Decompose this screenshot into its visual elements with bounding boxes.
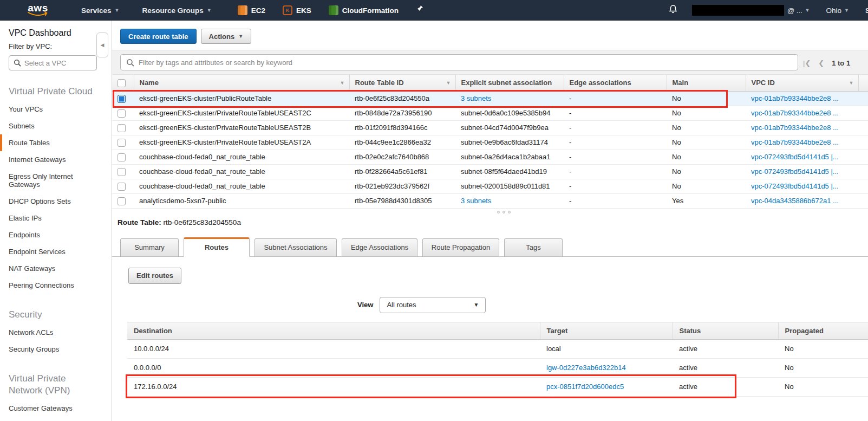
view-label: View <box>357 301 373 309</box>
actions-button[interactable]: Actions ▼ <box>201 29 252 44</box>
table-row[interactable]: eksctl-greenEKS-cluster/PrivateRouteTabl… <box>112 106 868 120</box>
sidebar-item-route-tables[interactable]: Route Tables <box>0 134 112 151</box>
vpc-link[interactable]: vpc-072493fbd5d4141d5 |... <box>751 167 839 176</box>
sidebar-item-nat-gateways[interactable]: NAT Gateways <box>0 260 112 277</box>
previous-page-icon[interactable]: ❮ <box>818 59 824 67</box>
tab-edge-associations[interactable]: Edge Associations <box>342 238 417 256</box>
table-row[interactable]: eksctl-greenEKS-cluster/PrivateRouteTabl… <box>112 135 868 150</box>
vpc-link[interactable]: vpc-01ab7b93344bbe2e8 ... <box>751 124 839 132</box>
shortcut-cloudformation[interactable]: CloudFormation <box>329 5 399 15</box>
first-page-icon[interactable]: |❮ <box>803 59 811 67</box>
filter-search-box[interactable] <box>120 54 798 70</box>
table-row[interactable]: eksctl-greenEKS-cluster/PrivateRouteTabl… <box>112 120 868 135</box>
vpc-link[interactable]: vpc-072493fbd5d4141d5 |... <box>751 153 839 161</box>
sidebar-item-security-groups[interactable]: Security Groups <box>0 341 112 358</box>
cell-route-table-id: rtb-05e7988d4301d8305 <box>349 193 455 208</box>
vpc-link[interactable]: vpc-04da3435886b672a1 ... <box>751 197 839 205</box>
tab-subnet-associations[interactable]: Subnet Associations <box>254 238 337 256</box>
shortcut-eks[interactable]: K EKS <box>283 5 311 15</box>
edit-routes-button[interactable]: Edit routes <box>128 268 181 284</box>
row-checkbox[interactable] <box>118 197 126 205</box>
search-icon <box>126 59 134 67</box>
aws-logo[interactable]: aws <box>24 4 51 17</box>
select-all-header[interactable] <box>112 75 134 91</box>
resource-groups-menu[interactable]: Resource Groups ▼ <box>142 7 211 15</box>
table-row[interactable]: eksctl-greenEKS-cluster/PublicRouteTable… <box>112 91 868 106</box>
subnets-link[interactable]: 3 subnets <box>461 197 491 205</box>
sidebar-item-customer-gateways[interactable]: Customer Gateways <box>0 400 112 417</box>
cell-route-table-id: rtb-01f2091f8d394166c <box>349 120 455 135</box>
table-row[interactable]: couchbase-cloud-feda0_nat_route_table rt… <box>112 179 868 193</box>
sort-caret-icon[interactable]: ▼ <box>849 80 854 86</box>
vpc-link[interactable]: vpc-01ab7b93344bbe2e8 ... <box>751 94 839 102</box>
pcx-target-link[interactable]: pcx-0851f7d20d600edc5 <box>546 383 624 391</box>
sidebar-item-subnets[interactable]: Subnets <box>0 118 112 134</box>
name-header-label: Name <box>140 79 159 87</box>
row-checkbox[interactable] <box>118 183 126 191</box>
pin-icon[interactable] <box>416 5 423 16</box>
vpc-link[interactable]: vpc-01ab7b93344bbe2e8 ... <box>751 138 839 146</box>
row-checkbox-checked[interactable] <box>118 95 126 103</box>
column-header-explicit-subnet[interactable]: Explicit subnet association <box>455 75 564 91</box>
region-menu[interactable]: Ohio <box>826 7 842 15</box>
tab-tags[interactable]: Tags <box>504 238 563 256</box>
sidebar-item-peering-connections[interactable]: Peering Connections <box>0 277 112 294</box>
filter-input[interactable] <box>139 59 792 67</box>
main-content: Create route table Actions ▼ |❮ ❮ 1 to 1 <box>112 21 868 421</box>
cell-edge: - <box>564 135 667 150</box>
sidebar-item-elastic-ips[interactable]: Elastic IPs <box>0 210 112 226</box>
row-checkbox[interactable] <box>118 109 126 118</box>
igw-target-link[interactable]: igw-0d227e3ab6d322b14 <box>546 364 626 372</box>
tab-route-propagation[interactable]: Route Propagation <box>422 238 499 256</box>
sidebar-item-endpoints[interactable]: Endpoints <box>0 226 112 243</box>
view-select[interactable]: All routes ▼ <box>380 297 486 313</box>
column-header-name[interactable]: Name▼ <box>134 75 349 91</box>
sidebar-item-internet-gateways[interactable]: Internet Gateways <box>0 151 112 168</box>
sidebar-item-egress-only-internet-gateways[interactable]: Egress Only Internet Gateways <box>0 168 112 193</box>
sidebar-item-dhcp-options-sets[interactable]: DHCP Options Sets <box>0 193 112 210</box>
sidebar-collapse-handle[interactable]: ◀ <box>96 33 108 57</box>
table-row[interactable]: analyticsdemo-5xsn7-public rtb-05e7988d4… <box>112 193 868 208</box>
table-row[interactable]: couchbase-cloud-feda0_nat_route_table rt… <box>112 164 868 179</box>
tab-summary[interactable]: Summary <box>120 238 179 256</box>
sidebar-item-network-acls[interactable]: Network ACLs <box>0 324 112 341</box>
services-menu[interactable]: Services ▼ <box>81 7 119 15</box>
redacted-account-name <box>692 5 784 16</box>
row-checkbox[interactable] <box>118 124 126 132</box>
create-route-table-button[interactable]: Create route table <box>120 29 197 44</box>
tab-routes[interactable]: Routes <box>184 237 250 257</box>
select-all-checkbox[interactable] <box>118 79 126 87</box>
routes-table-wrap: Destination Target Status Propagated 10.… <box>127 322 868 397</box>
cell-name: eksctl-greenEKS-cluster/PrivateRouteTabl… <box>134 120 349 135</box>
sidebar-item-your-vpcs[interactable]: Your VPCs <box>0 101 112 118</box>
column-header-route-table-id[interactable]: Route Table ID▼ <box>349 75 455 91</box>
cell-subnet: subnet-0d6a0c109e5385b94 <box>455 106 564 120</box>
route-table-id-header-label: Route Table ID <box>355 79 404 87</box>
panel-resize-handle[interactable] <box>497 211 511 213</box>
column-header-main[interactable]: Main <box>667 75 746 91</box>
cell-subnet: subnet-0200158d89c011d81 <box>455 179 564 193</box>
sort-caret-icon[interactable]: ▼ <box>446 80 451 86</box>
subnets-link[interactable]: 3 subnets <box>461 94 491 102</box>
vpc-link[interactable]: vpc-072493fbd5d4141d5 |... <box>751 182 839 190</box>
row-checkbox[interactable] <box>118 168 126 176</box>
support-menu-partial[interactable]: S <box>865 7 868 15</box>
cell-route-table-id: rtb-021eb923dc379562f <box>349 179 455 193</box>
row-checkbox[interactable] <box>118 153 126 161</box>
vpc-link[interactable]: vpc-01ab7b93344bbe2e8 ... <box>751 109 839 117</box>
select-vpc-search[interactable] <box>9 55 97 70</box>
sidebar-item-endpoint-services[interactable]: Endpoint Services <box>0 243 112 260</box>
cell-edge: - <box>564 91 667 106</box>
explicit-subnet-header-label: Explicit subnet association <box>461 79 552 87</box>
sort-caret-icon[interactable]: ▼ <box>340 80 345 86</box>
column-header-edge-associations[interactable]: Edge associations <box>564 75 667 91</box>
row-checkbox[interactable] <box>118 139 126 147</box>
select-vpc-input[interactable] <box>24 59 89 67</box>
sidebar-item-virtual-private-gateways[interactable]: Virtual Private Gateways <box>0 417 112 421</box>
cell-name: analyticsdemo-5xsn7-public <box>134 193 349 208</box>
shortcut-ec2[interactable]: EC2 <box>238 5 265 15</box>
account-menu[interactable]: @ ... <box>787 7 802 15</box>
notifications-bell-icon[interactable] <box>668 4 678 16</box>
column-header-vpc-id[interactable]: VPC ID▼ <box>746 75 858 91</box>
table-row[interactable]: couchbase-cloud-feda0_nat_route_table rt… <box>112 150 868 164</box>
